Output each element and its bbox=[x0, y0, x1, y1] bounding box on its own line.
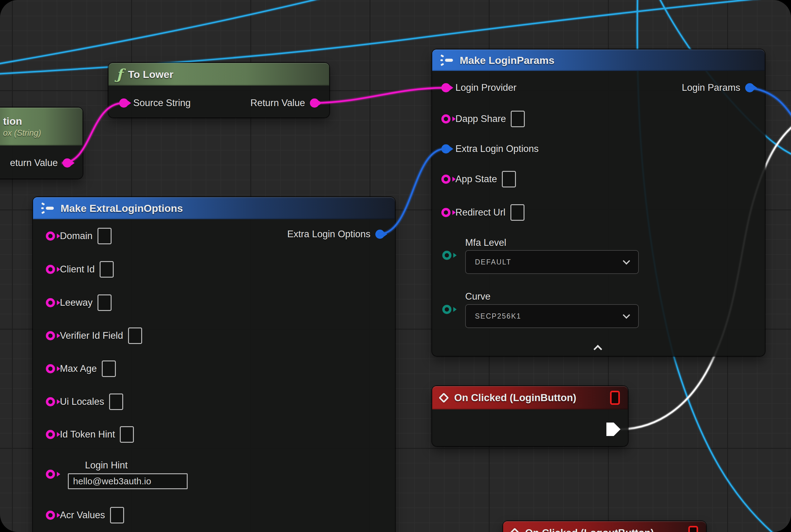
text-value-box[interactable] bbox=[120, 426, 134, 443]
string-input-pin[interactable] bbox=[46, 331, 55, 340]
pin-row-dapp-share: Dapp Share bbox=[441, 111, 525, 127]
node-title: On Clicked (LogoutButton) bbox=[525, 527, 654, 532]
node-subtitle-fragment: ox (String) bbox=[3, 128, 41, 138]
text-value-box[interactable] bbox=[128, 327, 142, 344]
node-title: Make ExtraLoginOptions bbox=[60, 203, 183, 214]
function-icon: ƒ bbox=[116, 67, 122, 81]
node-title: To Lower bbox=[128, 69, 174, 80]
text-value-box[interactable] bbox=[110, 507, 124, 524]
string-output-pin[interactable] bbox=[310, 98, 319, 108]
string-input-pin[interactable] bbox=[441, 175, 450, 184]
text-value-box[interactable] bbox=[109, 394, 123, 410]
login-hint-input[interactable]: hello@web3auth.io bbox=[68, 473, 188, 489]
pin-label: Verifier Id Field bbox=[60, 330, 123, 341]
pin-row-max-age: Max Age bbox=[46, 360, 116, 377]
text-value-box[interactable] bbox=[510, 204, 524, 221]
text-value-box[interactable] bbox=[502, 171, 516, 187]
pin-row-login-params: Login Params bbox=[682, 82, 754, 93]
pin-row-verifier-id-field: Verifier Id Field bbox=[46, 327, 142, 344]
pin-label: Login Params bbox=[682, 82, 740, 93]
curve-dropdown[interactable]: SECP256K1 bbox=[465, 304, 639, 328]
struct-input-pin[interactable] bbox=[441, 144, 450, 153]
pin-label-mfa-level: Mfa Level bbox=[465, 237, 506, 248]
pin-row-source-string: Source String bbox=[119, 97, 191, 109]
node-title: On Clicked (LoginButton) bbox=[454, 392, 576, 404]
chevron-down-icon bbox=[623, 311, 630, 319]
curve-value: SECP256K1 bbox=[475, 312, 521, 320]
pin-label: Extra Login Options bbox=[287, 229, 370, 240]
string-input-pin[interactable] bbox=[441, 83, 450, 92]
pin-label: Id Token Hint bbox=[60, 429, 115, 440]
event-delegate-icon[interactable] bbox=[688, 526, 698, 532]
pin-label: Source String bbox=[133, 97, 191, 109]
string-input-pin[interactable] bbox=[46, 470, 55, 479]
exec-output-row bbox=[606, 422, 620, 436]
node-header[interactable]: On Clicked (LoginButton) bbox=[432, 386, 628, 410]
pin-row-return-value: Return Value bbox=[250, 97, 319, 109]
pin-row-extra-login-options-out: Extra Login Options bbox=[287, 229, 385, 240]
chevron-down-icon bbox=[623, 257, 630, 264]
event-delegate-icon[interactable] bbox=[610, 391, 620, 405]
pin-login-hint bbox=[46, 470, 55, 479]
pin-row-login-provider: Login Provider bbox=[441, 82, 517, 93]
pin-label-curve: Curve bbox=[465, 291, 490, 302]
pin-row-id-token-hint: Id Token Hint bbox=[46, 426, 134, 443]
struct-output-pin[interactable] bbox=[375, 230, 385, 239]
string-input-pin[interactable] bbox=[46, 364, 55, 373]
pin-label: Extra Login Options bbox=[456, 144, 539, 154]
string-input-pin[interactable] bbox=[46, 430, 55, 439]
mfa-level-dropdown[interactable]: DEFAULT bbox=[465, 250, 639, 274]
pin-label: Acr Values bbox=[60, 510, 105, 521]
enum-input-pin[interactable] bbox=[442, 305, 451, 314]
string-input-pin[interactable] bbox=[46, 265, 55, 274]
pin-label: eturn Value bbox=[10, 157, 58, 169]
node-on-clicked-logout-button[interactable]: On Clicked (LogoutButton) bbox=[503, 521, 706, 532]
node-on-clicked-login-button[interactable]: On Clicked (LoginButton) bbox=[432, 386, 628, 446]
mfa-level-value: DEFAULT bbox=[475, 258, 512, 266]
string-input-pin[interactable] bbox=[46, 511, 55, 520]
pin-row-leeway: Leeway bbox=[46, 294, 112, 311]
node-header[interactable]: Make LoginParams bbox=[432, 50, 765, 71]
login-hint-value: hello@web3auth.io bbox=[73, 476, 151, 487]
pin-row-return-value: eturn Value bbox=[10, 157, 72, 169]
make-struct-icon bbox=[440, 54, 454, 66]
event-diamond-icon bbox=[509, 528, 520, 532]
text-value-box[interactable] bbox=[511, 111, 525, 127]
struct-output-pin[interactable] bbox=[745, 83, 754, 92]
pin-mfa-level bbox=[442, 251, 451, 260]
string-input-pin[interactable] bbox=[46, 298, 55, 307]
node-to-lower[interactable]: ƒ To Lower Source String Return Value bbox=[109, 63, 329, 117]
text-value-box[interactable] bbox=[97, 294, 112, 311]
pin-label: App State bbox=[456, 174, 497, 185]
text-value-box[interactable] bbox=[97, 228, 112, 244]
string-input-pin[interactable] bbox=[46, 231, 55, 241]
text-value-box[interactable] bbox=[100, 261, 114, 278]
node-title: Make LoginParams bbox=[460, 54, 555, 66]
pin-label: Dapp Share bbox=[456, 113, 506, 125]
pin-label: Max Age bbox=[60, 363, 97, 374]
string-input-pin[interactable] bbox=[441, 208, 450, 217]
node-header[interactable]: tion ox (String) bbox=[0, 108, 82, 146]
node-make-login-params[interactable]: Make LoginParams Login Provider Dapp Sha… bbox=[432, 50, 765, 356]
string-input-pin[interactable] bbox=[119, 98, 128, 108]
pin-label: Domain bbox=[60, 230, 93, 242]
blueprint-graph-canvas[interactable]: tion ox (String) eturn Value ƒ To Lower … bbox=[0, 0, 791, 532]
text-value-box[interactable] bbox=[102, 360, 116, 377]
node-combobox-fragment[interactable]: tion ox (String) eturn Value bbox=[0, 108, 82, 178]
string-input-pin[interactable] bbox=[46, 397, 55, 406]
enum-input-pin[interactable] bbox=[442, 251, 451, 260]
exec-output-pin[interactable] bbox=[606, 422, 620, 436]
node-header[interactable]: Make ExtraLoginOptions bbox=[33, 197, 395, 219]
pin-row-acr-values: Acr Values bbox=[46, 507, 124, 524]
pin-row-client-id: Client Id bbox=[46, 261, 114, 278]
make-struct-icon bbox=[41, 203, 55, 214]
collapse-node-button[interactable] bbox=[594, 345, 602, 354]
string-output-pin[interactable] bbox=[63, 158, 72, 168]
node-header[interactable]: On Clicked (LogoutButton) bbox=[503, 521, 706, 532]
node-header[interactable]: ƒ To Lower bbox=[109, 63, 329, 86]
pin-row-extra-login-options: Extra Login Options bbox=[441, 144, 539, 154]
node-make-extra-login-options[interactable]: Make ExtraLoginOptions Domain Client Id … bbox=[33, 197, 395, 532]
pin-label: Client Id bbox=[60, 264, 95, 275]
event-diamond-icon bbox=[439, 393, 449, 403]
string-input-pin[interactable] bbox=[441, 114, 450, 124]
